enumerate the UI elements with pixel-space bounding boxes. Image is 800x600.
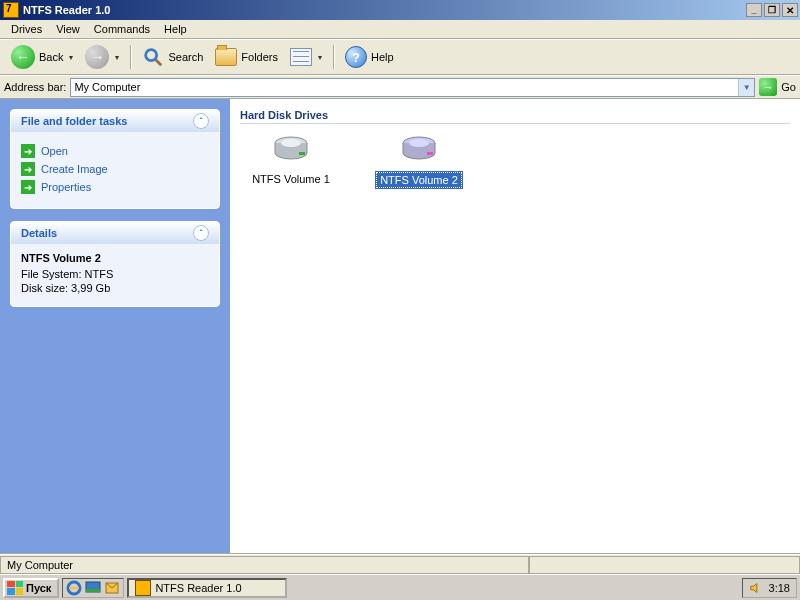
status-bar: My Computer	[0, 554, 800, 574]
svg-point-6	[409, 139, 429, 147]
back-button[interactable]: ← Back	[6, 43, 78, 71]
menu-bar: Drives View Commands Help	[0, 20, 800, 39]
separator	[333, 45, 334, 69]
quick-launch	[62, 578, 124, 598]
menu-view[interactable]: View	[49, 21, 87, 37]
start-label: Пуск	[26, 582, 51, 594]
section-header: Hard Disk Drives	[240, 109, 790, 124]
search-button[interactable]: Search	[137, 43, 208, 71]
address-value: My Computer	[74, 81, 738, 93]
start-button[interactable]: Пуск	[3, 578, 59, 598]
maximize-button[interactable]: ❐	[764, 3, 780, 17]
tasks-panel-header[interactable]: File and folder tasks ˆ	[11, 110, 219, 132]
clock[interactable]: 3:18	[769, 582, 790, 594]
task-label: Create Image	[41, 163, 108, 175]
desktop-icon[interactable]	[85, 580, 101, 596]
title-bar: NTFS Reader 1.0 _ ❐ ✕	[0, 0, 800, 20]
window-title: NTFS Reader 1.0	[23, 4, 110, 16]
drive-label: NTFS Volume 1	[249, 172, 333, 186]
search-icon	[142, 46, 164, 68]
toolbar: ← Back → Search Folders ? Help	[0, 39, 800, 75]
svg-point-0	[146, 50, 157, 61]
svg-point-3	[281, 139, 301, 147]
drive-list: NTFS Volume 1 NTFS Volume 2	[240, 134, 790, 188]
svg-rect-7	[427, 152, 433, 155]
go-label[interactable]: Go	[781, 81, 796, 93]
hard-drive-icon	[269, 134, 313, 166]
task-label: Properties	[41, 181, 91, 193]
details-name: NTFS Volume 2	[21, 252, 209, 264]
views-button[interactable]	[285, 43, 327, 71]
details-panel-header[interactable]: Details ˆ	[11, 222, 219, 244]
drive-item-selected[interactable]: NTFS Volume 2	[374, 134, 464, 188]
address-label: Address bar:	[4, 81, 66, 93]
folders-label: Folders	[241, 51, 278, 63]
drive-item[interactable]: NTFS Volume 1	[246, 134, 336, 188]
app-icon	[3, 2, 19, 18]
hard-drive-icon	[397, 134, 441, 166]
menu-commands[interactable]: Commands	[87, 21, 157, 37]
details-panel: Details ˆ NTFS Volume 2 File System: NTF…	[10, 221, 220, 307]
back-icon: ←	[11, 45, 35, 69]
main-area: File and folder tasks ˆ ➔Open ➔Create Im…	[0, 99, 800, 554]
windows-logo-icon	[7, 581, 23, 595]
task-properties[interactable]: ➔Properties	[21, 180, 209, 194]
search-label: Search	[168, 51, 203, 63]
folders-button[interactable]: Folders	[210, 43, 283, 71]
status-text: My Computer	[0, 556, 529, 574]
details-panel-body: NTFS Volume 2 File System: NTFS Disk siz…	[11, 244, 219, 306]
arrow-icon: ➔	[21, 144, 35, 158]
taskbar-app-button[interactable]: NTFS Reader 1.0	[127, 578, 287, 598]
minimize-button[interactable]: _	[746, 3, 762, 17]
menu-help[interactable]: Help	[157, 21, 194, 37]
address-input[interactable]: My Computer ▼	[70, 78, 755, 97]
task-label: Open	[41, 145, 68, 157]
separator	[130, 45, 131, 69]
ie-icon[interactable]	[66, 580, 82, 596]
app-icon	[135, 580, 151, 596]
address-bar: Address bar: My Computer ▼ → Go	[0, 75, 800, 99]
details-panel-title: Details	[21, 227, 57, 239]
content-pane: Hard Disk Drives NTFS Volume 1 NTFS Volu…	[230, 99, 800, 553]
menu-drives[interactable]: Drives	[4, 21, 49, 37]
help-label: Help	[371, 51, 394, 63]
volume-icon[interactable]	[749, 581, 763, 595]
arrow-icon: ➔	[21, 180, 35, 194]
close-button[interactable]: ✕	[782, 3, 798, 17]
help-button[interactable]: ? Help	[340, 43, 399, 71]
views-icon	[290, 48, 312, 66]
folders-icon	[215, 48, 237, 66]
forward-icon: →	[85, 45, 109, 69]
svg-rect-4	[299, 152, 305, 155]
svg-rect-10	[86, 589, 100, 592]
svg-line-1	[156, 60, 162, 66]
tasks-panel-title: File and folder tasks	[21, 115, 127, 127]
outlook-icon[interactable]	[104, 580, 120, 596]
forward-button[interactable]: →	[80, 43, 124, 71]
system-tray: 3:18	[742, 578, 797, 598]
taskbar: Пуск NTFS Reader 1.0 3:18	[0, 574, 800, 600]
collapse-icon[interactable]: ˆ	[193, 113, 209, 129]
details-size: Disk size: 3,99 Gb	[21, 282, 209, 294]
task-button-label: NTFS Reader 1.0	[155, 582, 241, 594]
go-button-icon[interactable]: →	[759, 78, 777, 96]
task-create-image[interactable]: ➔Create Image	[21, 162, 209, 176]
tasks-panel-body: ➔Open ➔Create Image ➔Properties	[11, 132, 219, 208]
help-icon: ?	[345, 46, 367, 68]
tasks-panel: File and folder tasks ˆ ➔Open ➔Create Im…	[10, 109, 220, 209]
sidebar: File and folder tasks ˆ ➔Open ➔Create Im…	[0, 99, 230, 553]
back-label: Back	[39, 51, 63, 63]
collapse-icon[interactable]: ˆ	[193, 225, 209, 241]
drive-label: NTFS Volume 2	[376, 172, 462, 188]
details-fs: File System: NTFS	[21, 268, 209, 280]
task-open[interactable]: ➔Open	[21, 144, 209, 158]
address-dropdown-icon[interactable]: ▼	[738, 79, 754, 96]
status-pane-right	[529, 556, 800, 574]
arrow-icon: ➔	[21, 162, 35, 176]
